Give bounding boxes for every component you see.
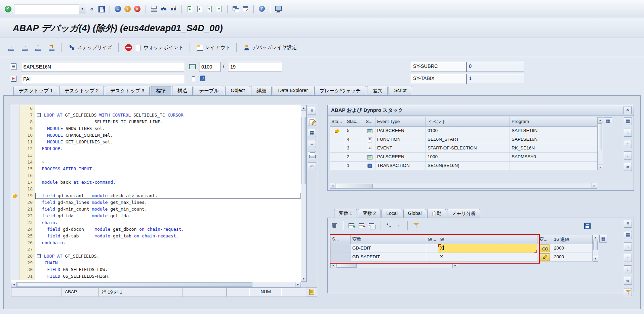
vars-tab-メモリ分析[interactable]: メモリ分析 — [447, 209, 480, 218]
code-line[interactable]: 10 MODULE CHANGE_SCREEN_sel. — [11, 132, 301, 139]
breakpoint-gutter[interactable] — [11, 219, 19, 226]
grid-icon[interactable] — [624, 117, 632, 125]
findnext-icon[interactable] — [169, 5, 177, 13]
breakpoint-gutter[interactable] — [11, 273, 19, 280]
back-icon[interactable] — [114, 5, 122, 13]
cancel-icon[interactable] — [133, 5, 142, 13]
stack-row[interactable]: 4FUNCTIONSE16N_STARTSAPLSE16N — [330, 135, 597, 144]
command-dropdown-button[interactable]: ▼ — [79, 4, 86, 14]
row-selector-cell[interactable] — [330, 244, 351, 253]
tab-Object[interactable]: Object — [225, 86, 250, 95]
exit-icon[interactable] — [124, 5, 132, 13]
watchpoint-button[interactable]: ウォッチポイント — [123, 43, 185, 52]
screen-number-field[interactable] — [199, 62, 220, 72]
session-icon[interactable] — [232, 5, 240, 13]
module-field[interactable] — [21, 74, 184, 84]
tab-構造[interactable]: 構造 — [172, 86, 193, 95]
stack-row[interactable]: 5PAI SCREEN0100SAPLSE16N — [330, 127, 597, 135]
scrollbar-track[interactable] — [336, 263, 452, 268]
vars-column-header[interactable]: 値 — [438, 235, 537, 244]
vars-column-header[interactable]: 変... — [537, 235, 552, 244]
change-toggle-cell[interactable] — [537, 253, 552, 262]
grid-icon[interactable] — [308, 129, 316, 137]
breakpoint-gutter[interactable] — [11, 172, 19, 179]
stack-row[interactable]: 3EVENTSTART-OF-SELECTIONRK_SE16N — [330, 144, 597, 153]
stack-vertical-scrollbar[interactable] — [597, 117, 603, 170]
up-icon[interactable] — [624, 254, 632, 262]
code-line[interactable]: 28 LOOP AT GT_SELFIELDS. — [11, 253, 301, 260]
stack-column-header[interactable]: Stac... — [345, 117, 364, 127]
save-icon[interactable] — [583, 222, 591, 230]
table-settings-icon[interactable] — [604, 117, 612, 125]
goto-statement-icon[interactable] — [188, 75, 196, 83]
code-line[interactable]: 26 endchain. — [11, 239, 301, 246]
swap-icon[interactable] — [624, 129, 632, 137]
pgfirst-icon[interactable] — [186, 5, 194, 13]
services-icon[interactable] — [308, 118, 316, 126]
code-line[interactable]: 9 MODULE SHOW_LINES_sel. — [11, 125, 301, 132]
down-icon[interactable] — [624, 151, 632, 160]
tab-ブレーク/ウォッチ[interactable]: ブレーク/ウォッチ — [314, 86, 366, 95]
variables-horizontal-scrollbar[interactable] — [330, 263, 458, 268]
variable-value-cell[interactable]: X — [438, 253, 537, 262]
program-field[interactable] — [21, 62, 184, 72]
stack-column-header[interactable]: Sta... — [330, 117, 345, 127]
tab-デスクトップ 2[interactable]: デスクトップ 2 — [59, 86, 104, 95]
scrollbar-track[interactable] — [335, 183, 592, 188]
scrollbar-thumb[interactable] — [598, 123, 602, 150]
code-line[interactable]: 30 FIELD GS_SELFIELDS-LOW. — [11, 266, 301, 273]
fold-icon[interactable] — [37, 254, 41, 258]
stack-row[interactable]: 2PAI SCREEN1000SAPMSSY0 — [330, 153, 597, 162]
filter-icon[interactable] — [412, 222, 420, 230]
pglast-icon[interactable] — [215, 5, 223, 13]
scrollbar-thumb[interactable] — [17, 282, 252, 287]
step-continue-button[interactable] — [46, 43, 57, 52]
pgup-icon[interactable] — [196, 5, 204, 13]
tab-デスクトップ 3[interactable]: デスクトップ 3 — [105, 86, 150, 95]
stack-column-header[interactable]: S... — [364, 117, 375, 127]
swap-icon[interactable] — [395, 222, 403, 230]
code-line[interactable]: 15 PROCESS AFTER INPUT. — [11, 166, 301, 172]
code-line[interactable]: 22 field gd-fda module get_fda. — [11, 213, 301, 219]
breakpoint-gutter[interactable] — [11, 253, 19, 260]
close-icon[interactable] — [624, 220, 632, 228]
command-field[interactable] — [14, 4, 79, 14]
breakpoint-gutter[interactable] — [11, 246, 19, 253]
link-icon[interactable] — [308, 162, 316, 170]
code-line[interactable]: 23 chain. — [11, 219, 301, 226]
editor-horizontal-scrollbar[interactable] — [11, 282, 301, 287]
breakpoint-gutter[interactable] — [11, 179, 19, 186]
save-icon[interactable] — [97, 5, 106, 13]
variable-value-cell[interactable]: X — [438, 244, 537, 253]
stack-row[interactable]: 1TRANSACTIONSE16N(SE16N) — [330, 162, 597, 170]
down-icon[interactable] — [624, 265, 632, 273]
rowdel-icon[interactable] — [358, 222, 366, 230]
vars-tab-Global[interactable]: Global — [403, 209, 426, 218]
tab-Data Explorer[interactable]: Data Explorer — [273, 86, 313, 95]
breakpoint-gutter[interactable] — [11, 233, 19, 239]
rowins-icon[interactable] — [348, 222, 356, 230]
breakpoint-gutter[interactable] — [11, 266, 19, 273]
scroll-right-button[interactable] — [592, 183, 597, 188]
tab-Script[interactable]: Script — [389, 86, 412, 95]
breakpoint-gutter[interactable] — [11, 112, 19, 119]
step-return-button[interactable] — [32, 43, 44, 52]
stack-column-header[interactable]: Event Type — [375, 117, 426, 127]
breakpoint-gutter[interactable] — [11, 239, 19, 246]
vars-tab-変数 2[interactable]: 変数 2 — [358, 209, 381, 218]
scroll-left-button[interactable] — [330, 183, 335, 188]
tab-テーブル[interactable]: テーブル — [194, 86, 224, 95]
breakpoint-gutter[interactable] — [11, 166, 19, 172]
scrollbar-thumb[interactable] — [336, 184, 373, 188]
code-line[interactable]: 21 field gd-min_count module get_min_cou… — [11, 206, 301, 213]
code-line[interactable]: 8 SELFIELDS_TC-CURRENT_LINE. — [11, 119, 301, 125]
scroll-up-button[interactable] — [301, 105, 306, 111]
scroll-down-button[interactable] — [301, 276, 306, 281]
grid-icon[interactable] — [624, 231, 632, 239]
code-line[interactable]: 11 MODULE GET_LOOPLINES_sel. — [11, 139, 301, 145]
vars-tab-変数 1[interactable]: 変数 1 — [334, 209, 357, 218]
vars-column-header[interactable]: 値... — [426, 235, 438, 244]
sort-icon[interactable] — [385, 222, 393, 230]
breakpoint-gutter[interactable] — [11, 213, 19, 219]
info-icon[interactable] — [199, 75, 207, 83]
